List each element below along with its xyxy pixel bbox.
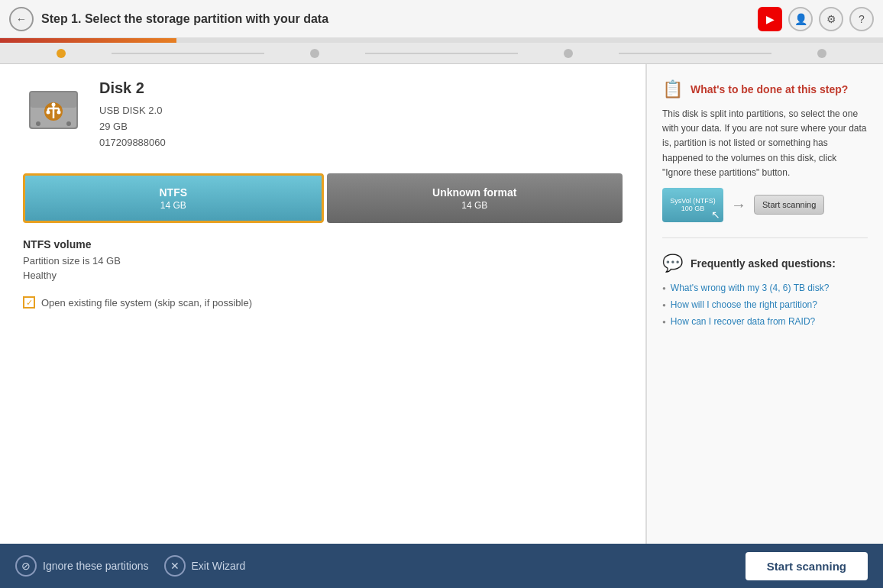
mini-start-button[interactable]: Start scanning [754,195,824,215]
header-title: Step 1. Select the storage partition wit… [41,12,750,26]
mini-partition-size: 100 GB [681,205,705,212]
step-description: Select the storage partition with your d… [85,12,328,25]
faq-icon: 💬 [662,254,683,273]
disk-info: Disk 2 USB DISK 2.0 29 GB 017209888060 [23,79,623,150]
arrow-icon: → [731,196,746,214]
user-button[interactable]: 👤 [788,7,813,31]
right-panel: 📋 What's to be done at this step? This d… [646,64,883,544]
partition-unknown-size: 14 GB [461,200,487,211]
disk-size: 29 GB [99,119,166,135]
partition-info-title: NTFS volume [23,238,623,250]
left-panel: Disk 2 USB DISK 2.0 29 GB 017209888060 N… [0,64,646,544]
progress-bar-container [0,38,883,43]
step-dot-4 [817,49,826,58]
ignore-partitions-label: Ignore these partitions [43,560,149,572]
svg-point-11 [36,121,40,126]
skip-scan-checkbox[interactable] [23,296,35,309]
exit-wizard-button[interactable]: ✕ Exit Wizard [164,555,246,577]
settings-icon: ⚙ [826,13,836,25]
whats-done-header: 📋 What's to be done at this step? [662,79,868,99]
user-icon: 👤 [794,13,807,25]
faq-list: What's wrong with my 3 (4, 6) TB disk? H… [662,283,868,327]
partition-info: NTFS volume Partition size is 14 GB Heal… [23,238,623,281]
partition-unknown-label: Unknown format [432,186,516,199]
faq-title: Frequently asked questions: [691,257,836,270]
exit-icon: ✕ [164,555,186,577]
step-dot-3 [564,49,573,58]
disk-icon [23,79,84,141]
checkbox-row[interactable]: Open existing file system (skip scan, if… [23,296,623,309]
whats-done-title: What's to be done at this step? [691,83,848,95]
svg-point-10 [52,103,56,107]
settings-button[interactable]: ⚙ [819,7,843,31]
step-indicators [0,43,883,64]
faq-item-2[interactable]: How will I choose the right partition? [662,299,868,310]
partition-info-size: Partition size is 14 GB [23,255,623,267]
mini-partition-button[interactable]: SysVol (NTFS) 100 GB ↖ [662,188,723,222]
step-line-2 [365,53,518,54]
faq-item-3[interactable]: How can I recover data from RAID? [662,316,868,327]
header: ← Step 1. Select the storage partition w… [0,0,883,38]
mini-start-label: Start scanning [762,200,816,209]
faq-item-3-text: How can I recover data from RAID? [671,316,815,327]
bottom-toolbar: ⊘ Ignore these partitions ✕ Exit Wizard … [0,544,883,588]
faq-item-1[interactable]: What's wrong with my 3 (4, 6) TB disk? [662,283,868,293]
cursor-icon: ↖ [711,208,720,221]
step-line-1 [112,53,264,54]
step-dot-1 [57,49,66,58]
disk-title: Disk 2 [99,79,166,97]
faq-section: 💬 Frequently asked questions: What's wro… [662,254,868,333]
faq-header: 💬 Frequently asked questions: [662,254,868,273]
info-icon: 📋 [662,79,683,99]
faq-item-1-text: What's wrong with my 3 (4, 6) TB disk? [671,283,829,293]
header-icons: ▶ 👤 ⚙ ? [758,7,874,31]
mini-partition-label: SysVol (NTFS) [670,197,716,205]
partition-ntfs-size: 14 GB [160,200,186,211]
disk-svg [23,79,84,141]
skip-scan-label: Open existing file system (skip scan, if… [41,297,252,309]
ignore-icon: ⊘ [15,555,37,577]
partition-unknown-button[interactable]: Unknown format 14 GB [327,173,623,223]
whats-done-section: 📋 What's to be done at this step? This d… [662,79,868,222]
faq-item-2-text: How will I choose the right partition? [671,299,817,310]
step-label: Step 1. [41,12,81,25]
svg-point-12 [66,121,71,126]
step-line-3 [619,53,771,54]
scan-demo: SysVol (NTFS) 100 GB ↖ → Start scanning [662,188,868,222]
step-dot-2 [310,49,319,58]
progress-bar-fill [0,38,176,43]
disk-serial: 017209888060 [99,135,166,151]
start-scanning-label: Start scanning [767,560,846,573]
youtube-button[interactable]: ▶ [758,7,782,31]
toolbar-left: ⊘ Ignore these partitions ✕ Exit Wizard [15,555,245,577]
youtube-icon: ▶ [766,13,775,25]
main-content: Disk 2 USB DISK 2.0 29 GB 017209888060 N… [0,64,883,544]
help-icon: ? [859,13,865,25]
svg-point-8 [47,111,50,115]
help-button[interactable]: ? [849,7,874,31]
partition-row: NTFS 14 GB Unknown format 14 GB [23,173,623,223]
disk-type: USB DISK 2.0 [99,103,166,119]
back-icon: ← [16,13,27,25]
divider [662,237,868,238]
exit-wizard-label: Exit Wizard [192,560,246,572]
disk-details: Disk 2 USB DISK 2.0 29 GB 017209888060 [99,79,166,150]
start-scanning-button[interactable]: Start scanning [746,552,868,580]
whats-done-body: This disk is split into partitions, so s… [662,107,868,180]
partition-ntfs-button[interactable]: NTFS 14 GB [23,173,324,223]
back-button[interactable]: ← [9,7,34,31]
ignore-partitions-button[interactable]: ⊘ Ignore these partitions [15,555,149,577]
partition-ntfs-label: NTFS [159,186,187,199]
partition-info-health: Healthy [23,270,623,281]
svg-point-9 [57,111,61,115]
